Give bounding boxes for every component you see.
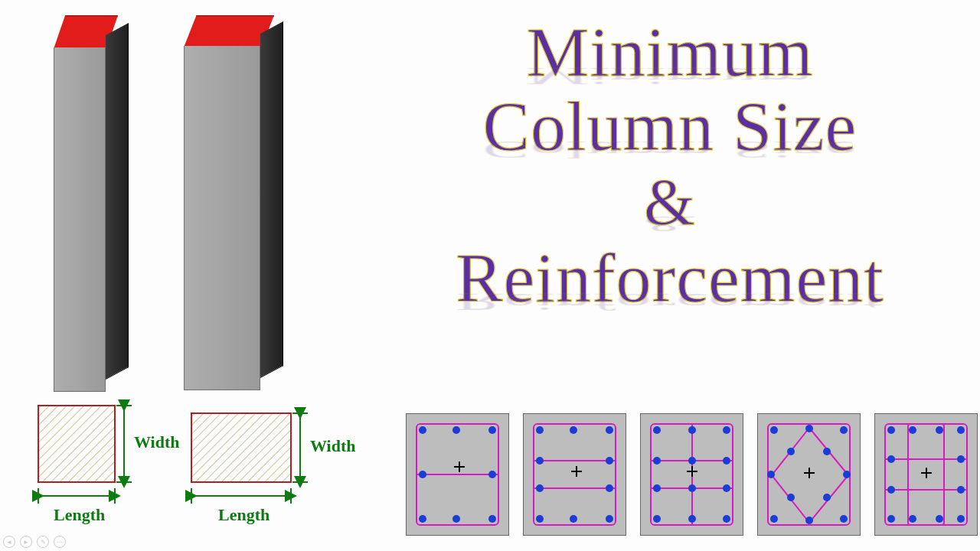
pen-icon[interactable]: ✎ — [37, 536, 49, 548]
label-length: Length — [54, 505, 105, 525]
column-front-face — [54, 47, 106, 392]
svg-rect-1 — [38, 406, 115, 482]
headline-block: Minimum Column Size & Reinforcement — [368, 15, 972, 315]
headline-line-4: Reinforcement — [368, 241, 972, 315]
headline-line-3: & — [368, 168, 972, 236]
headline-line-1: Minimum — [368, 15, 972, 90]
label-length: Length — [218, 505, 270, 525]
section-4 — [757, 413, 861, 536]
column-side-face — [106, 23, 129, 380]
prev-icon[interactable]: ◄ — [3, 536, 15, 548]
reinforcement-sections — [406, 413, 978, 536]
column-front-face — [184, 46, 260, 390]
section-2 — [523, 413, 626, 536]
section-1 — [406, 413, 509, 536]
label-width: Width — [310, 436, 356, 456]
plan-section-rect: Width Length — [184, 398, 345, 528]
svg-rect-8 — [191, 413, 291, 482]
section-3 — [640, 413, 743, 536]
diagram-canvas: Width Length Width Length Minimum Column… — [0, 0, 980, 551]
plan-section-square: Width Length — [31, 398, 168, 528]
section-5 — [874, 413, 978, 536]
headline-line-2: Column Size — [368, 90, 972, 164]
column-side-face — [260, 21, 283, 378]
label-width: Width — [134, 432, 180, 452]
svg-marker-15 — [772, 428, 848, 523]
next-icon[interactable]: ► — [20, 536, 32, 548]
menu-icon[interactable]: ⋯ — [54, 536, 66, 548]
presenter-nav: ◄ ► ✎ ⋯ — [3, 536, 66, 548]
